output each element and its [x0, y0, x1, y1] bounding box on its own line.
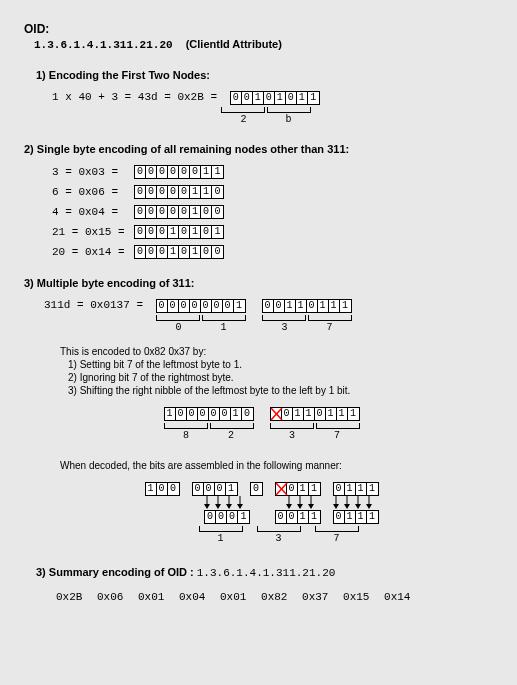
- decode-bot-c: 0011: [269, 510, 321, 524]
- oid-heading: OID:: [24, 22, 493, 36]
- s3-brk-2: 37: [262, 315, 352, 333]
- decode-top-b-end: 0: [244, 482, 263, 496]
- svg-marker-3: [204, 504, 210, 509]
- svg-marker-15: [297, 504, 303, 509]
- dec-brk-2: 3: [257, 526, 301, 544]
- s3-byte-1: 00000001: [150, 299, 246, 313]
- s2-row-label: 20 = 0x14 =: [52, 245, 128, 259]
- decode-top-a: 100: [139, 482, 180, 496]
- svg-marker-21: [344, 504, 350, 509]
- s3-enc-brk-2: 37: [270, 423, 360, 441]
- dec-brk-1: 1: [199, 526, 243, 544]
- oid-attribute-name: (ClientId Attribute): [186, 38, 282, 50]
- dec-brk-3: 7: [315, 526, 359, 544]
- decode-arrows-c: [272, 496, 318, 510]
- s3-explain-1: 1) Setting bit 7 of the leftmost byte to…: [68, 358, 493, 371]
- decode-diagram: 100 00010 0001 011 0011 0111 0111: [24, 482, 493, 524]
- s2-rows: 3 = 0x03 =000000116 = 0x06 =000001104 = …: [24, 165, 493, 259]
- s2-row-label: 4 = 0x04 =: [52, 205, 128, 219]
- s3-encoded-byte-1: 10000010: [158, 407, 254, 421]
- section-1-title: 1) Encoding the First Two Nodes:: [36, 69, 493, 81]
- svg-marker-13: [286, 504, 292, 509]
- s2-row-label: 21 = 0x15 =: [52, 225, 128, 239]
- s3-equation: 311d = 0x0137 =: [44, 299, 150, 311]
- svg-marker-5: [215, 504, 221, 509]
- oid-value: 1.3.6.1.4.1.311.21.20: [34, 39, 173, 51]
- svg-marker-9: [237, 504, 243, 509]
- s1-brackets: 2b: [221, 107, 311, 125]
- svg-marker-7: [226, 504, 232, 509]
- decode-top-d: 0111: [327, 482, 379, 496]
- s3-byte-2: 00110111: [256, 299, 352, 313]
- decode-arrows-d: [330, 496, 376, 510]
- summary-bytes: 0x2B 0x06 0x01 0x04 0x01 0x82 0x37 0x15 …: [56, 591, 493, 603]
- s3-decode-text: When decoded, the bits are assembled in …: [60, 459, 493, 472]
- svg-marker-23: [355, 504, 361, 509]
- s2-row-label: 6 = 0x06 =: [52, 185, 128, 199]
- svg-marker-17: [308, 504, 314, 509]
- section-2-title: 2) Single byte encoding of all remaining…: [24, 143, 493, 155]
- s1-bitbyte: 00101011: [224, 91, 320, 105]
- s2-row-label: 3 = 0x03 =: [52, 165, 128, 179]
- s3-enc-brk-1: 82: [164, 423, 254, 441]
- section-3-title: 3) Multiple byte encoding of 311:: [24, 277, 493, 289]
- decode-bot-b: 0001: [198, 510, 250, 524]
- decode-top-c: 011: [269, 482, 321, 496]
- decode-bot-d: 0111: [327, 510, 379, 524]
- s3-explain-3: 3) Shifting the right nibble of the left…: [68, 384, 493, 397]
- s3-explain-lead: This is encoded to 0x82 0x37 by:: [60, 345, 493, 358]
- svg-marker-25: [366, 504, 372, 509]
- decode-top-b: 0001: [186, 482, 238, 496]
- s1-equation: 1 x 40 + 3 = 43d = 0x2B =: [52, 91, 224, 103]
- s3-explain-2: 2) Ignoring bit 7 of the rightmost byte.: [68, 371, 493, 384]
- s3-encoded-byte-2: 0110111: [264, 407, 360, 421]
- section-4-title: 3) Summary encoding of OID : 1.3.6.1.4.1…: [36, 566, 493, 579]
- svg-marker-19: [333, 504, 339, 509]
- decode-arrows-b: [201, 496, 247, 510]
- s3-brk-1: 01: [156, 315, 246, 333]
